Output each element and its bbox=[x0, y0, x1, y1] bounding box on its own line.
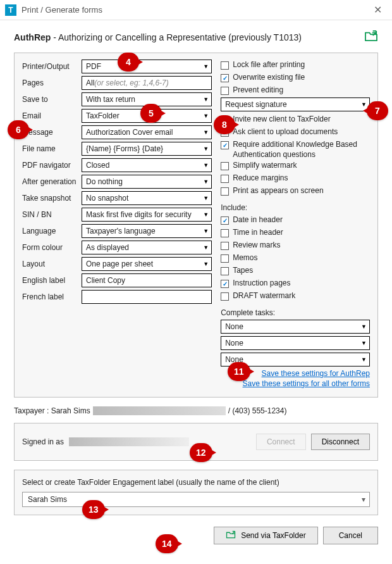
form-colour-select[interactable]: As displayed bbox=[82, 241, 212, 254]
file-name-select[interactable]: {Name} {Forms} {Date} bbox=[82, 142, 212, 156]
titlebar: T Print / Generate forms ✕ bbox=[0, 0, 392, 20]
lbl-tapes: Tapes bbox=[233, 266, 253, 276]
callout-7: 7 bbox=[367, 101, 388, 120]
taxpayer-redacted bbox=[93, 406, 226, 415]
task2-select[interactable]: None bbox=[221, 336, 370, 350]
callout-11: 11 bbox=[228, 362, 250, 381]
cb-simplify[interactable] bbox=[221, 162, 229, 170]
complete-tasks-heading: Complete tasks: bbox=[221, 308, 370, 317]
signed-in-redacted bbox=[69, 437, 189, 446]
lbl-pages: Pages bbox=[22, 78, 82, 87]
lbl-draft-wm: DRAFT watermark bbox=[233, 291, 295, 301]
taxpayer-row: Taxpayer : Sarah Sims / (403) 555-1234) bbox=[14, 406, 378, 415]
request-signature-select[interactable]: Request signature bbox=[221, 97, 370, 111]
cb-reduce-margins[interactable] bbox=[221, 175, 229, 183]
lbl-print-as-screen: Print as appears on screen bbox=[233, 186, 323, 196]
cb-require-kba[interactable] bbox=[221, 141, 229, 149]
lbl-prevent-editing: Prevent editing bbox=[233, 85, 283, 96]
take-snapshot-select[interactable]: No snapshot bbox=[82, 191, 212, 205]
french-label-input[interactable] bbox=[82, 290, 212, 304]
layout-select[interactable]: One page per sheet bbox=[82, 257, 212, 271]
cancel-button[interactable]: Cancel bbox=[323, 527, 378, 544]
lbl-sin-bn: SIN / BN bbox=[22, 210, 82, 219]
cb-time-header[interactable] bbox=[221, 229, 229, 237]
engagement-panel: Select or create TaxFolder Engagement la… bbox=[14, 470, 378, 515]
lbl-reduce-margins: Reduce margins bbox=[233, 173, 288, 184]
cb-memos[interactable] bbox=[221, 254, 229, 263]
open-folder-icon[interactable] bbox=[364, 30, 378, 44]
lbl-after-generation: After generation bbox=[22, 177, 82, 186]
lbl-file-name: File name bbox=[22, 144, 82, 153]
cb-prevent-editing[interactable] bbox=[221, 87, 229, 95]
pdf-navigator-select[interactable]: Closed bbox=[82, 158, 212, 172]
connect-button[interactable]: Connect bbox=[256, 434, 306, 450]
lbl-instruction: Instruction pages bbox=[233, 279, 290, 289]
message-select[interactable]: Authorization Cover email bbox=[82, 125, 212, 139]
send-via-taxfolder-button[interactable]: Send via TaxFolder bbox=[214, 527, 318, 544]
cb-tapes[interactable] bbox=[221, 267, 229, 275]
cb-print-as-screen[interactable] bbox=[221, 187, 229, 196]
cb-review-marks[interactable] bbox=[221, 242, 229, 250]
engagement-label: Select or create TaxFolder Engagement la… bbox=[22, 478, 370, 487]
english-label-input[interactable]: Client Copy bbox=[82, 273, 212, 287]
lbl-memos: Memos bbox=[233, 253, 257, 263]
lbl-overwrite: Overwrite existing file bbox=[233, 73, 305, 83]
send-button-label: Send via TaxFolder bbox=[241, 531, 306, 540]
close-icon[interactable]: ✕ bbox=[369, 1, 387, 18]
callout-14: 14 bbox=[156, 534, 178, 553]
lbl-email: Email bbox=[22, 111, 82, 120]
lbl-language: Language bbox=[22, 227, 82, 235]
cb-date-header[interactable] bbox=[221, 216, 229, 225]
callout-8: 8 bbox=[214, 115, 235, 134]
include-heading: Include: bbox=[221, 203, 370, 212]
send-folder-icon bbox=[226, 530, 236, 541]
lbl-lock-after: Lock file after printing bbox=[233, 60, 305, 70]
cb-overwrite[interactable] bbox=[221, 74, 229, 82]
header-rest: - Authorizing or Cancelling a Representa… bbox=[51, 32, 302, 42]
lbl-printer-output: Printer/Output bbox=[22, 62, 82, 71]
lbl-pdf-navigator: PDF navigator bbox=[22, 161, 82, 170]
options-panel: Printer/OutputPDF PagesAll (or select, e… bbox=[14, 53, 378, 398]
pages-input[interactable]: All (or select, eg: 1,4,6-7) bbox=[82, 76, 212, 90]
callout-4: 4 bbox=[118, 53, 139, 72]
lbl-layout: Layout bbox=[22, 260, 82, 268]
footer: Send via TaxFolder Cancel bbox=[14, 527, 378, 544]
after-generation-select[interactable]: Do nothing bbox=[82, 175, 212, 189]
lbl-time-header: Time in header bbox=[233, 228, 283, 238]
lbl-english-label: English label bbox=[22, 276, 82, 285]
form-header: AuthRep - Authorizing or Cancelling a Re… bbox=[14, 30, 378, 44]
lbl-review-marks: Review marks bbox=[233, 241, 280, 251]
cb-instruction[interactable] bbox=[221, 280, 229, 288]
app-icon: T bbox=[5, 4, 16, 16]
callout-6: 6 bbox=[8, 120, 29, 139]
sin-bn-select[interactable]: Mask first five digits for security bbox=[82, 208, 212, 222]
disconnect-button[interactable]: Disconnect bbox=[311, 434, 370, 450]
callout-13: 13 bbox=[82, 500, 105, 519]
lbl-take-snapshot: Take snapshot bbox=[22, 194, 82, 203]
lbl-form-colour: Form colour bbox=[22, 243, 82, 252]
lbl-date-header: Date in header bbox=[233, 215, 283, 225]
language-select[interactable]: Taxpayer's language bbox=[82, 224, 212, 238]
callout-5: 5 bbox=[140, 104, 162, 123]
cb-draft-wm[interactable] bbox=[221, 292, 229, 301]
task1-select[interactable]: None bbox=[221, 320, 370, 334]
lbl-simplify: Simplify watermark bbox=[233, 161, 297, 171]
engagement-select[interactable]: Sarah Sims bbox=[22, 492, 370, 507]
taxpayer-phone: / (403) 555-1234) bbox=[228, 406, 287, 415]
window-title: Print / Generate forms bbox=[21, 5, 102, 15]
taxpayer-name: Taxpayer : Sarah Sims bbox=[14, 406, 90, 415]
cb-lock-after[interactable] bbox=[221, 61, 229, 70]
lbl-french-label: French label bbox=[22, 292, 82, 301]
callout-12: 12 bbox=[190, 443, 212, 462]
lbl-invite-new: Invite new client to TaxFolder bbox=[233, 115, 331, 125]
header-bold: AuthRep bbox=[14, 32, 51, 42]
lbl-ask-upload: Ask client to upload documents bbox=[233, 127, 338, 137]
lbl-save-to: Save to bbox=[22, 95, 82, 104]
signed-in-label: Signed in as bbox=[22, 437, 64, 446]
lbl-require-kba: Require additional Knowledge Based Authe… bbox=[233, 140, 370, 160]
